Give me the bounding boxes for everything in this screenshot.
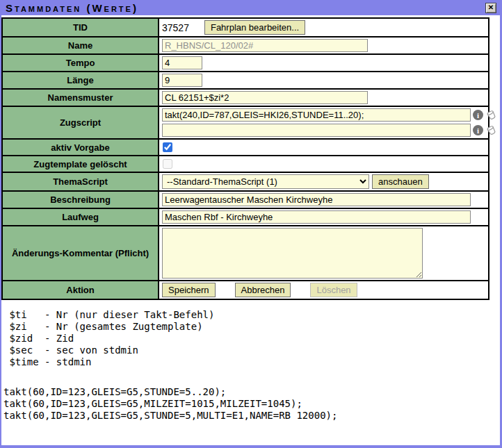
titlebar: Stammdaten (Werte) ✕ — [1, 0, 500, 15]
speichern-button[interactable]: Speichern — [162, 283, 216, 297]
page-title: Stammdaten (Werte) — [6, 2, 138, 14]
aktion-label: Aktion — [3, 281, 159, 299]
row-kommentar: Änderungs-Kommentar (Pflicht) — [3, 225, 488, 280]
name-label: Name — [3, 38, 159, 53]
row-laufweg: Laufweg — [3, 208, 488, 225]
script-variables-help: $ti - Nr (nur dieser Takt-Befehl) $zi - … — [3, 309, 500, 368]
laenge-label: Länge — [3, 72, 159, 88]
kommentar-label: Änderungs-Kommentar (Pflicht) — [3, 226, 159, 280]
namensmuster-input[interactable] — [162, 91, 368, 104]
themascript-label: ThemaScript — [3, 173, 159, 190]
row-tid: TID 37527 Fahrplan bearbeiten... — [3, 19, 488, 36]
abbrechen-button[interactable]: Abbrechen — [235, 283, 291, 297]
laufweg-label: Laufweg — [3, 209, 159, 225]
row-zugtemplate-geloescht: Zugtemplate gelöscht — [3, 155, 488, 172]
themascript-select[interactable]: --Standard-ThemaScript (1) — [162, 174, 369, 189]
zugscript-input-2[interactable] — [162, 124, 471, 137]
close-icon: ✕ — [488, 4, 494, 11]
zugscript-input-1[interactable] — [162, 108, 471, 122]
row-laenge: Länge — [3, 71, 488, 88]
row-tempo: Tempo — [3, 53, 488, 71]
close-button[interactable]: ✕ — [485, 3, 496, 13]
row-themascript: ThemaScript --Standard-ThemaScript (1) a… — [3, 172, 488, 190]
namensmuster-label: Namensmuster — [3, 90, 159, 106]
delete-script-icon[interactable] — [485, 124, 497, 136]
info-icon[interactable]: i — [473, 110, 483, 120]
stammdaten-window: Stammdaten (Werte) ✕ TID 37527 Fahrplan … — [0, 0, 502, 448]
row-zugscript: Zugscript i i — [3, 106, 488, 138]
loeschen-button[interactable]: Löschen — [310, 283, 357, 297]
tempo-input[interactable] — [162, 56, 202, 69]
tempo-label: Tempo — [3, 55, 159, 71]
tid-label: TID — [3, 19, 159, 36]
row-aktiv-vorgabe: aktiv Vorgabe — [3, 138, 488, 155]
row-aktion: Aktion Speichern Abbrechen Löschen — [3, 280, 488, 299]
zugscript-label: Zugscript — [3, 107, 159, 138]
zugtemplate-geloescht-label: Zugtemplate gelöscht — [3, 156, 159, 172]
fahrplan-bearbeiten-button[interactable]: Fahrplan bearbeiten... — [204, 20, 305, 35]
aktiv-vorgabe-checkbox[interactable] — [163, 142, 172, 152]
beschreibung-input[interactable] — [162, 193, 471, 206]
row-name: Name — [3, 36, 488, 53]
beschreibung-label: Beschreibung — [3, 192, 159, 208]
anschauen-button[interactable]: anschauen — [372, 174, 429, 189]
laenge-input[interactable] — [162, 74, 202, 87]
laufweg-input[interactable] — [162, 210, 471, 224]
zugtemplate-geloescht-checkbox[interactable] — [163, 159, 172, 169]
script-help-section: $ti - Nr (nur dieser Takt-Befehl) $zi - … — [1, 309, 500, 422]
tid-value: 37527 — [162, 22, 189, 33]
kommentar-textarea[interactable] — [162, 228, 423, 279]
info-icon[interactable]: i — [473, 125, 483, 135]
script-examples-help: takt(60,ID=123,GLEIS=G5,STUNDE=5..20); t… — [3, 386, 500, 422]
stammdaten-form: TID 37527 Fahrplan bearbeiten... Name Te… — [1, 17, 489, 300]
name-input[interactable] — [162, 39, 368, 52]
row-beschreibung: Beschreibung — [3, 190, 488, 208]
delete-script-icon[interactable] — [485, 109, 497, 121]
aktiv-vorgabe-label: aktiv Vorgabe — [3, 140, 159, 155]
row-namensmuster: Namensmuster — [3, 88, 488, 106]
